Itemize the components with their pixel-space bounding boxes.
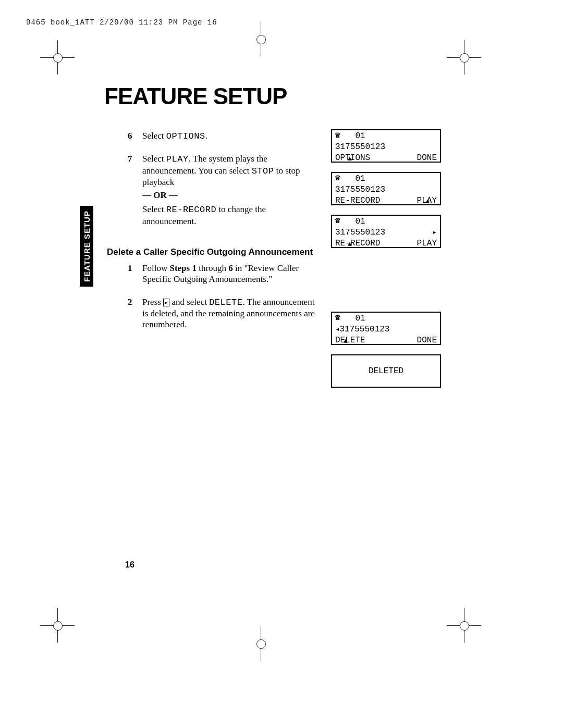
lcd-message: DELETED xyxy=(369,366,403,377)
softkey-arrow-icon xyxy=(425,196,430,207)
step-number: 2 xyxy=(128,297,142,307)
lcd-screen: DELETED xyxy=(331,354,441,388)
phone-icon: ☎ xyxy=(335,216,340,227)
print-header: 9465 book_1ATT 2/29/00 11:23 PM Page 16 xyxy=(26,18,217,27)
section-tab: FEATURE SETUP xyxy=(80,206,93,287)
step-text: Press ▸ and select DELETE. The announcem… xyxy=(142,297,321,330)
body-content: 6 Select OPTIONS. 7 Select PLAY. The sys… xyxy=(128,130,321,341)
phone-icon: ☎ xyxy=(335,130,340,141)
lcd-screen: ☎ 01 3175550123 OPTIONSDONE xyxy=(331,129,441,163)
phone-icon: ☎ xyxy=(335,313,340,324)
registration-mark xyxy=(50,50,65,65)
lcd-screen: ☎ 01 3175550123 RE-RECORDPLAY xyxy=(331,172,441,205)
step-text: Follow Steps 1 through 6 in "Review Call… xyxy=(142,263,321,285)
softkey-arrow-icon xyxy=(348,153,352,164)
scroll-right-icon xyxy=(433,227,437,238)
registration-mark xyxy=(253,636,268,651)
step-text: Select PLAY. The system plays the announ… xyxy=(142,153,321,227)
registration-mark xyxy=(456,618,472,633)
page-title: FEATURE SETUP xyxy=(104,83,287,109)
step-b1: 1 Follow Steps 1 through 6 in "Review Ca… xyxy=(128,263,321,285)
page-number: 16 xyxy=(125,560,134,570)
lcd-column: ☎ 01 3175550123 DELETEDONE DELETED xyxy=(331,312,443,397)
lcd-column: ☎ 01 3175550123 OPTIONSDONE ☎ 01 3175550… xyxy=(331,129,443,257)
step-b2: 2 Press ▸ and select DELETE. The announc… xyxy=(128,297,321,330)
step-number: 7 xyxy=(128,153,142,164)
lcd-screen: ☎ 01 3175550123 RE-RECORDPLAY xyxy=(331,215,441,248)
softkey-arrow-icon xyxy=(348,239,352,250)
step-7: 7 Select PLAY. The system plays the anno… xyxy=(128,153,321,227)
softkey-arrow-icon xyxy=(344,336,348,347)
registration-mark xyxy=(50,618,65,633)
or-separator: — OR — xyxy=(142,190,321,201)
step-text: Select OPTIONS. xyxy=(142,130,321,142)
subheading: Delete a Caller Specific Outgoing Announ… xyxy=(107,246,321,257)
phone-icon: ☎ xyxy=(335,173,340,184)
right-arrow-key-icon: ▸ xyxy=(163,299,169,306)
registration-mark xyxy=(456,50,472,65)
step-number: 6 xyxy=(128,130,142,141)
step-6: 6 Select OPTIONS. xyxy=(128,130,321,142)
step-number: 1 xyxy=(128,263,142,274)
lcd-screen: ☎ 01 3175550123 DELETEDONE xyxy=(331,312,441,345)
registration-mark xyxy=(253,31,268,47)
